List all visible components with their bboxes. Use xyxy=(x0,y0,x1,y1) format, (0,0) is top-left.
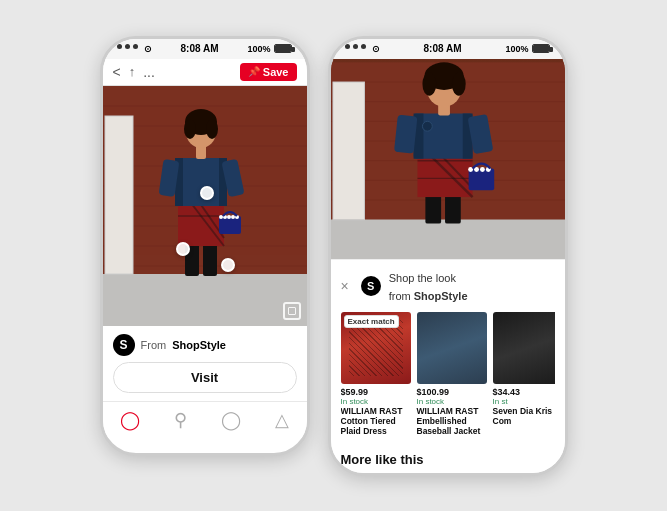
svg-point-62 xyxy=(479,167,484,172)
wifi-icon-2: ⊙ xyxy=(372,44,380,54)
svg-point-28 xyxy=(231,215,235,219)
wifi-icon: ⊙ xyxy=(144,44,152,54)
battery-area-2: 100% xyxy=(505,44,550,54)
more-thumb-2[interactable] xyxy=(397,473,449,475)
product-card-3[interactable]: $34.43 In st Seven Dia Kris Com xyxy=(493,312,555,437)
shop-text-area: Shop the look from ShopStyle xyxy=(389,268,468,304)
shop-from: from xyxy=(389,290,411,302)
shopstyle-row: S From ShopStyle xyxy=(113,334,297,356)
more-thumb-3[interactable] xyxy=(453,473,505,475)
product-price-1: $59.99 xyxy=(341,387,411,397)
phone-1: ⊙ 8:08 AM 100% < ↑ ... 📌 Save xyxy=(100,36,310,456)
svg-point-25 xyxy=(219,215,223,219)
status-bar-1: ⊙ 8:08 AM 100% xyxy=(103,39,307,59)
main-image-2 xyxy=(331,59,565,259)
fashion-figure-svg-2 xyxy=(331,59,565,259)
status-bar-2: ⊙ 8:08 AM 100% xyxy=(331,39,565,59)
dot-b xyxy=(353,44,358,49)
close-button[interactable]: × xyxy=(341,278,349,294)
back-button[interactable]: < xyxy=(113,64,121,80)
battery-pct: 100% xyxy=(247,44,270,54)
shop-header: × S Shop the look from ShopStyle xyxy=(341,268,555,304)
dot2 xyxy=(125,44,130,49)
product-image-3 xyxy=(493,312,555,384)
expand-icon[interactable] xyxy=(283,302,301,320)
tab-profile[interactable]: △ xyxy=(275,409,289,431)
svg-rect-59 xyxy=(468,168,494,190)
dot-a xyxy=(345,44,350,49)
dot1 xyxy=(117,44,122,49)
expand-inner xyxy=(288,307,296,315)
more-thumb-1[interactable] xyxy=(341,473,393,475)
fashion-figure-svg xyxy=(103,86,307,326)
dot-indicator-2[interactable] xyxy=(176,242,190,256)
svg-rect-57 xyxy=(393,114,416,153)
product-image-2 xyxy=(417,312,487,384)
share-button[interactable]: ↑ xyxy=(129,64,136,79)
phone-2: ⊙ 8:08 AM 100% xyxy=(328,36,568,476)
time-display-2: 8:08 AM xyxy=(423,43,461,54)
tab-chat[interactable]: ◯ xyxy=(221,409,241,431)
product-price-2: $100.99 xyxy=(417,387,487,397)
product-price-3: $34.43 xyxy=(493,387,555,397)
more-thumbnails xyxy=(341,473,555,475)
svg-rect-13 xyxy=(203,241,217,276)
battery-fill-2 xyxy=(533,45,549,52)
svg-point-56 xyxy=(422,121,432,131)
jacket-image xyxy=(417,312,487,384)
dot-c xyxy=(361,44,366,49)
product-name-2: WILLIAM RAST Embellished Baseball Jacket xyxy=(417,406,487,437)
dot3 xyxy=(133,44,138,49)
product-name-1: WILLIAM RAST Cotton Tiered Plaid Dress xyxy=(341,406,411,437)
tab-pinterest[interactable]: ◯ xyxy=(120,409,140,431)
product-card-2[interactable]: $100.99 In stock WILLIAM RAST Embellishe… xyxy=(417,312,487,437)
pin-icon: 📌 xyxy=(248,66,260,77)
product-stock-2: In stock xyxy=(417,397,487,406)
battery-icon xyxy=(274,44,292,53)
scene: ⊙ 8:08 AM 100% < ↑ ... 📌 Save xyxy=(80,16,588,496)
svg-rect-11 xyxy=(105,116,133,274)
from-text: From xyxy=(141,339,167,351)
main-image-1 xyxy=(103,86,307,326)
svg-point-33 xyxy=(184,119,196,139)
signal-dots: ⊙ xyxy=(117,44,152,54)
shop-the-look: Shop the look from ShopStyle xyxy=(389,272,468,302)
save-label: Save xyxy=(263,66,289,78)
nav-left: < ↑ ... xyxy=(113,64,155,80)
battery-pct-2: 100% xyxy=(505,44,528,54)
svg-rect-45 xyxy=(332,82,363,220)
signal-dots-2: ⊙ xyxy=(345,44,380,54)
products-row: Exact match $59.99 In stock WILLIAM RAST… xyxy=(341,312,555,437)
product-card-1[interactable]: Exact match $59.99 In stock WILLIAM RAST… xyxy=(341,312,411,437)
svg-point-27 xyxy=(227,215,231,219)
shop-panel: × S Shop the look from ShopStyle Exact xyxy=(331,259,565,445)
save-button[interactable]: 📌 Save xyxy=(240,63,297,81)
battery-area: 100% xyxy=(247,44,292,54)
visit-button[interactable]: Visit xyxy=(113,362,297,393)
product-stock-1: In stock xyxy=(341,397,411,406)
shopstyle-name: ShopStyle xyxy=(172,339,226,351)
battery-icon-2 xyxy=(532,44,550,53)
more-section: More like this xyxy=(331,444,565,475)
more-title: More like this xyxy=(341,452,555,467)
battery-fill xyxy=(275,45,291,52)
tab-bar-1: ◯ ⚲ ◯ △ xyxy=(103,401,307,438)
shop-text-main: Shop the look xyxy=(389,272,456,284)
shopstyle-logo: S xyxy=(113,334,135,356)
svg-point-34 xyxy=(206,119,218,139)
boot-image xyxy=(493,312,555,384)
svg-point-68 xyxy=(451,72,465,96)
tab-search[interactable]: ⚲ xyxy=(174,409,187,431)
product-image-1: Exact match xyxy=(341,312,411,384)
product-stock-3: In st xyxy=(493,397,555,406)
shopstyle-brand-2: ShopStyle xyxy=(414,290,468,302)
info-area-1: S From ShopStyle Visit xyxy=(103,326,307,401)
product-name-3: Seven Dia Kris Com xyxy=(493,406,555,426)
svg-point-67 xyxy=(422,72,436,96)
more-button[interactable]: ... xyxy=(143,64,155,80)
time-display: 8:08 AM xyxy=(180,43,218,54)
exact-match-badge: Exact match xyxy=(344,315,399,328)
nav-bar-1: < ↑ ... 📌 Save xyxy=(103,59,307,86)
shopstyle-logo-2: S xyxy=(361,276,381,296)
svg-rect-0 xyxy=(103,274,307,326)
